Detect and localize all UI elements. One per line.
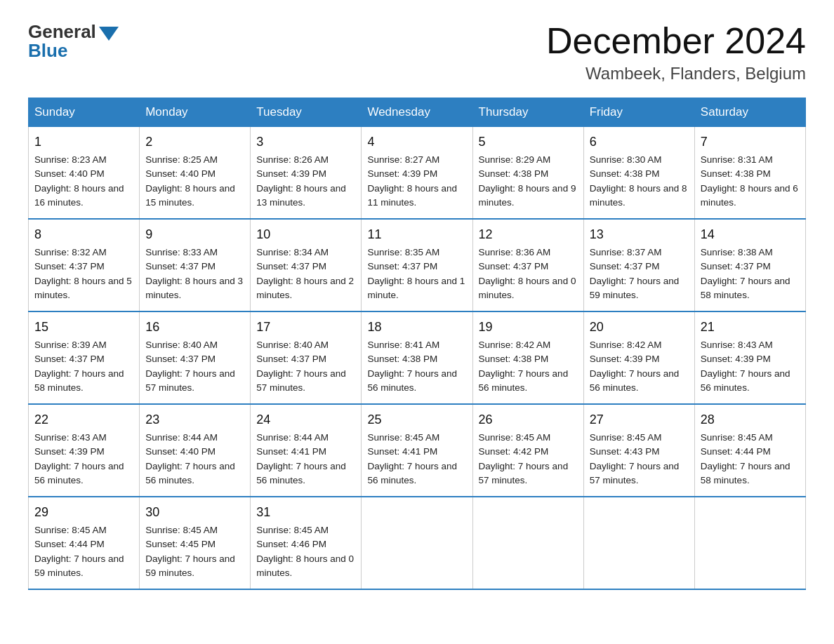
weekday-header-monday: Monday	[140, 98, 251, 127]
calendar-cell: 9Sunrise: 8:33 AMSunset: 4:37 PMDaylight…	[140, 219, 251, 311]
calendar-cell: 15Sunrise: 8:39 AMSunset: 4:37 PMDayligh…	[29, 311, 140, 404]
weekday-header-friday: Friday	[583, 98, 694, 127]
calendar-cell: 11Sunrise: 8:35 AMSunset: 4:37 PMDayligh…	[362, 219, 472, 311]
day-number: 2	[145, 133, 244, 152]
calendar-cell: 13Sunrise: 8:37 AMSunset: 4:37 PMDayligh…	[583, 219, 694, 311]
calendar-week-row: 22Sunrise: 8:43 AMSunset: 4:39 PMDayligh…	[29, 404, 806, 497]
day-number: 6	[590, 133, 689, 152]
calendar-cell	[694, 497, 805, 589]
calendar-week-row: 15Sunrise: 8:39 AMSunset: 4:37 PMDayligh…	[29, 311, 806, 404]
day-number: 1	[34, 133, 133, 152]
weekday-header-saturday: Saturday	[694, 98, 805, 127]
weekday-header-row: SundayMondayTuesdayWednesdayThursdayFrid…	[29, 98, 806, 127]
day-number: 19	[479, 318, 578, 337]
day-number: 13	[590, 225, 689, 244]
day-number: 14	[701, 225, 800, 244]
calendar-cell: 22Sunrise: 8:43 AMSunset: 4:39 PMDayligh…	[29, 404, 140, 497]
day-number: 5	[479, 133, 578, 152]
day-number: 16	[145, 318, 244, 337]
calendar-cell: 23Sunrise: 8:44 AMSunset: 4:40 PMDayligh…	[140, 404, 251, 497]
calendar-cell: 6Sunrise: 8:30 AMSunset: 4:38 PMDaylight…	[583, 127, 694, 220]
calendar-cell: 7Sunrise: 8:31 AMSunset: 4:38 PMDaylight…	[694, 127, 805, 220]
calendar-cell: 17Sunrise: 8:40 AMSunset: 4:37 PMDayligh…	[251, 311, 362, 404]
calendar-cell: 3Sunrise: 8:26 AMSunset: 4:39 PMDaylight…	[251, 127, 362, 220]
weekday-header-thursday: Thursday	[472, 98, 583, 127]
page-subtitle: Wambeek, Flanders, Belgium	[546, 64, 806, 83]
weekday-header-sunday: Sunday	[29, 98, 140, 127]
day-number: 4	[367, 133, 466, 152]
calendar-cell: 29Sunrise: 8:45 AMSunset: 4:44 PMDayligh…	[29, 497, 140, 589]
day-number: 10	[256, 225, 355, 244]
day-number: 18	[367, 318, 466, 337]
day-number: 26	[479, 410, 578, 429]
calendar-cell: 14Sunrise: 8:38 AMSunset: 4:37 PMDayligh…	[694, 219, 805, 311]
calendar-cell: 27Sunrise: 8:45 AMSunset: 4:43 PMDayligh…	[583, 404, 694, 497]
day-number: 27	[590, 410, 689, 429]
day-number: 20	[590, 318, 689, 337]
calendar-cell: 18Sunrise: 8:41 AMSunset: 4:38 PMDayligh…	[362, 311, 472, 404]
day-number: 31	[256, 503, 355, 522]
calendar-cell: 1Sunrise: 8:23 AMSunset: 4:40 PMDaylight…	[29, 127, 140, 220]
calendar-cell: 24Sunrise: 8:44 AMSunset: 4:41 PMDayligh…	[251, 404, 362, 497]
day-number: 24	[256, 410, 355, 429]
calendar-cell: 4Sunrise: 8:27 AMSunset: 4:39 PMDaylight…	[362, 127, 472, 220]
calendar-cell: 16Sunrise: 8:40 AMSunset: 4:37 PMDayligh…	[140, 311, 251, 404]
calendar-week-row: 8Sunrise: 8:32 AMSunset: 4:37 PMDaylight…	[29, 219, 806, 311]
day-number: 8	[34, 225, 133, 244]
calendar-cell: 10Sunrise: 8:34 AMSunset: 4:37 PMDayligh…	[251, 219, 362, 311]
calendar-cell: 8Sunrise: 8:32 AMSunset: 4:37 PMDaylight…	[29, 219, 140, 311]
day-number: 28	[701, 410, 800, 429]
day-number: 30	[145, 503, 244, 522]
calendar-cell: 31Sunrise: 8:45 AMSunset: 4:46 PMDayligh…	[251, 497, 362, 589]
day-number: 17	[256, 318, 355, 337]
calendar-cell: 2Sunrise: 8:25 AMSunset: 4:40 PMDaylight…	[140, 127, 251, 220]
calendar-cell	[472, 497, 583, 589]
calendar-cell: 30Sunrise: 8:45 AMSunset: 4:45 PMDayligh…	[140, 497, 251, 589]
day-number: 25	[367, 410, 466, 429]
calendar-cell: 5Sunrise: 8:29 AMSunset: 4:38 PMDaylight…	[472, 127, 583, 220]
calendar-cell: 21Sunrise: 8:43 AMSunset: 4:39 PMDayligh…	[694, 311, 805, 404]
calendar-table: SundayMondayTuesdayWednesdayThursdayFrid…	[28, 98, 806, 590]
calendar-cell: 19Sunrise: 8:42 AMSunset: 4:38 PMDayligh…	[472, 311, 583, 404]
page-title: December 2024	[546, 21, 806, 61]
logo-blue-text: Blue	[28, 40, 67, 62]
calendar-cell: 26Sunrise: 8:45 AMSunset: 4:42 PMDayligh…	[472, 404, 583, 497]
page-header: General Blue December 2024 Wambeek, Flan…	[28, 21, 806, 83]
calendar-cell	[583, 497, 694, 589]
logo-arrow-icon	[99, 27, 119, 41]
day-number: 23	[145, 410, 244, 429]
day-number: 7	[701, 133, 800, 152]
logo: General Blue	[28, 21, 119, 62]
day-number: 9	[145, 225, 244, 244]
calendar-cell: 28Sunrise: 8:45 AMSunset: 4:44 PMDayligh…	[694, 404, 805, 497]
calendar-cell: 25Sunrise: 8:45 AMSunset: 4:41 PMDayligh…	[362, 404, 472, 497]
day-number: 11	[367, 225, 466, 244]
day-number: 12	[479, 225, 578, 244]
calendar-cell: 12Sunrise: 8:36 AMSunset: 4:37 PMDayligh…	[472, 219, 583, 311]
calendar-week-row: 1Sunrise: 8:23 AMSunset: 4:40 PMDaylight…	[29, 127, 806, 220]
day-number: 3	[256, 133, 355, 152]
weekday-header-tuesday: Tuesday	[251, 98, 362, 127]
day-number: 21	[701, 318, 800, 337]
day-number: 15	[34, 318, 133, 337]
day-number: 22	[34, 410, 133, 429]
day-number: 29	[34, 503, 133, 522]
calendar-week-row: 29Sunrise: 8:45 AMSunset: 4:44 PMDayligh…	[29, 497, 806, 589]
weekday-header-wednesday: Wednesday	[362, 98, 472, 127]
calendar-cell	[362, 497, 472, 589]
calendar-cell: 20Sunrise: 8:42 AMSunset: 4:39 PMDayligh…	[583, 311, 694, 404]
title-section: December 2024 Wambeek, Flanders, Belgium	[546, 21, 806, 83]
